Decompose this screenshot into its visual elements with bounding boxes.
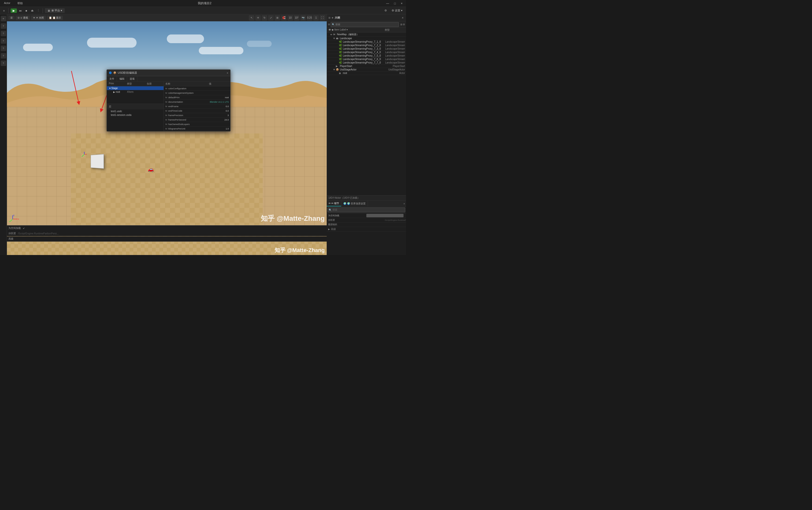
angle-label[interactable]: 10° <box>294 15 299 21</box>
window-controls[interactable]: — □ × <box>385 1 404 6</box>
title-bar-menus[interactable]: Actor 帮助 <box>2 1 25 6</box>
toolbar-icon-1[interactable]: ≡ <box>1 8 6 13</box>
usdstage-label: UsdStageActor <box>340 68 385 71</box>
outline-add-icon[interactable]: ⚙ <box>403 23 405 26</box>
stage-expand-icon: ▼ <box>109 87 111 89</box>
settings-icon[interactable]: ⚙ <box>383 8 388 13</box>
usd-edit-menu[interactable]: 编辑 <box>117 76 127 81</box>
prop-row-0: 为空间加载 <box>327 213 406 218</box>
outline-star-icon[interactable]: ★ <box>331 17 334 19</box>
detail-close-btn[interactable]: × <box>402 202 406 205</box>
usd-close-btn[interactable]: × <box>227 72 228 75</box>
world-settings-tab[interactable]: 🌍 🌍 世界场景设置 <box>341 201 368 206</box>
proxy5-icon: 🌿 <box>339 54 342 57</box>
sidebar-icon-4[interactable]: ? <box>1 38 6 44</box>
rotate-icon[interactable]: ↻ <box>262 15 267 21</box>
more-btn[interactable]: ⋮ <box>36 8 41 13</box>
left-sidebar: ≡ ? ? ? ? ? ? <box>0 15 7 255</box>
camera-icon[interactable]: 📷 <box>300 15 306 21</box>
usd-file-menu[interactable]: 文件 <box>107 76 117 81</box>
usd-tree-root[interactable]: ▶ root Xform <box>107 90 163 94</box>
close-btn[interactable]: × <box>399 1 404 6</box>
svg-line-9 <box>10 219 13 222</box>
eject-btn[interactable]: ⏏ <box>30 8 35 13</box>
usd-prop-0: M colorConfiguration <box>164 86 230 91</box>
sidebar-icon-3[interactable]: ? <box>1 31 6 36</box>
step-btn[interactable]: ⏭ <box>18 8 23 13</box>
fullscreen-icon[interactable]: ⛶ <box>320 15 325 21</box>
hamburger-btn[interactable]: ☰ <box>8 16 14 20</box>
m-indicator-8: M <box>165 123 168 125</box>
details-tab[interactable]: ✏ ✏ 细节 <box>327 201 341 206</box>
eye-col: 👁 <box>328 28 331 32</box>
prop-toggle-0[interactable] <box>366 214 403 217</box>
outline-search-box[interactable]: 🔍 搜索 <box>331 22 399 27</box>
tree-item-playerstart[interactable]: ▶ PlayerStart PlayerStart <box>327 64 406 68</box>
sidebar-icon-1[interactable]: ≡ <box>1 16 6 21</box>
tree-item-proxy-4[interactable]: 🌿 LandscapeStreamingProxy_7_4_0 Landscap… <box>327 51 406 54</box>
tree-item-proxy-7[interactable]: 🌿 LandscapeStreamingProxy_7_7_0 Landscap… <box>327 61 406 64</box>
lighting-btn[interactable]: ☀ ☀ 光照 <box>31 16 46 20</box>
proxy3-type: LandscapeStreami <box>385 47 405 50</box>
scale-icon[interactable]: ⤢ <box>268 15 274 21</box>
usdstage-icon: 📦 <box>336 68 339 71</box>
translate-icon[interactable]: ✛ <box>255 15 261 21</box>
viewport-toolbar: ☰ ⊙ ⊙ 透视 ☀ ☀ 光照 📋 📋 显示 ↖ ✛ ↻ ⤢ ⊞ 🧲 <box>7 15 327 21</box>
m-indicator-2: M <box>165 96 168 99</box>
usdstage-type: UsdStageActor <box>385 68 405 71</box>
snap-value-btn[interactable]: 1 <box>313 15 319 21</box>
display-btn[interactable]: 📋 📋 显示 <box>47 16 63 20</box>
scale-label[interactable]: 0.25 <box>307 15 312 21</box>
sidebar-icon-7[interactable]: ? <box>1 60 6 66</box>
perspective-btn[interactable]: ⊙ ⊙ 透视 <box>16 16 30 20</box>
actor-menu[interactable]: Actor <box>2 1 12 6</box>
car-object: 🚗 <box>148 166 154 172</box>
sidebar-icon-2[interactable]: ? <box>1 23 6 29</box>
outline-settings-icon[interactable]: ⚙ <box>328 23 330 26</box>
tree-item-proxy-5[interactable]: 🌿 LandscapeStreamingProxy_7_5_0 Landscap… <box>327 54 406 58</box>
project-title: 我的项目2 <box>198 1 211 5</box>
grid-label[interactable]: 10 <box>288 15 293 21</box>
tree-item-proxy-6[interactable]: 🌿 LandscapeStreamingProxy_7_6_0 Landscap… <box>327 58 406 61</box>
transform-icon[interactable]: ⊞ <box>275 15 280 21</box>
sidebar-icon-5[interactable]: ? <box>1 46 6 51</box>
prop-row-4[interactable]: ▶ 高级 <box>327 227 406 232</box>
tree-item-newmap[interactable]: ▼ 🗺 NewMap（编辑器） <box>327 32 406 37</box>
tree-item-usdstage[interactable]: ▼ 📦 UsdStageActor UsdStageActor <box>327 68 406 72</box>
svg-text:X: X <box>18 218 19 220</box>
item-label-col[interactable]: Item Label ▾ <box>334 28 385 32</box>
stop-btn[interactable]: ■ <box>24 8 29 13</box>
display-label: 📋 显示 <box>53 16 61 20</box>
prop-row-2: 图层组织 <box>327 223 406 227</box>
select-icon[interactable]: ↖ <box>249 15 254 21</box>
details-tab-label: ✏ 细节 <box>331 202 339 205</box>
help-menu[interactable]: 帮助 <box>16 1 25 6</box>
settings-label[interactable]: ⚙ 设置 ▾ <box>390 8 404 13</box>
outline-close-btn[interactable]: × <box>401 16 404 20</box>
platform-button[interactable]: 🖥 🖥 平台 ▾ <box>45 8 65 13</box>
tree-item-proxy-3[interactable]: 🌿 LandscapeStreamingProxy_7_3_0 Landscap… <box>327 47 406 51</box>
usd-title: USD阶段编辑器 <box>118 71 225 75</box>
usd-layer-1[interactable]: test1.usdc <box>107 109 163 113</box>
maximize-btn[interactable]: □ <box>393 1 397 6</box>
outline-view-icon[interactable]: ⊞ <box>400 23 402 26</box>
usd-columns: Prim 类型 负荷 <box>107 82 163 86</box>
world-settings-label: 🌍 世界场景设置 <box>347 202 366 205</box>
type-col: 类型 <box>385 28 404 32</box>
usd-layer-2[interactable]: test1-session.usda <box>107 113 163 117</box>
minimize-btn[interactable]: — <box>385 1 391 6</box>
outline-filter-icon[interactable]: ⊞ <box>328 17 330 19</box>
tree-item-proxy-1[interactable]: 🌿 LandscapeStreamingProxy_7_1_0 Landscap… <box>327 40 406 44</box>
usd-options-menu[interactable]: 选项 <box>127 76 137 81</box>
play-button[interactable]: ▶ <box>11 8 17 13</box>
sidebar-icon-6[interactable]: ? <box>1 53 6 59</box>
usd-tree-stage[interactable]: ▼ Stage <box>107 86 163 90</box>
settings-search-box[interactable]: 🔍 搜索 <box>327 207 405 213</box>
tree-item-proxy-2[interactable]: 🌿 LandscapeStreamingProxy_7_2_0 Landscap… <box>327 44 406 47</box>
tree-item-root[interactable]: ◉ root Actor <box>327 72 406 75</box>
snap-icon[interactable]: 🧲 <box>281 15 287 21</box>
menu-bar: ≡ ▶ ⏭ ■ ⏏ ⋮ 🖥 🖥 平台 ▾ ⚙ ⚙ 设置 ▾ <box>0 7 406 15</box>
outline-columns: 👁 ★ Item Label ▾ 类型 <box>327 28 406 32</box>
outline-tree: ▼ 🗺 NewMap（编辑器） ▼ 🏔 Landscape <box>327 32 406 195</box>
tree-item-landscape[interactable]: ▼ 🏔 Landscape <box>327 37 406 40</box>
